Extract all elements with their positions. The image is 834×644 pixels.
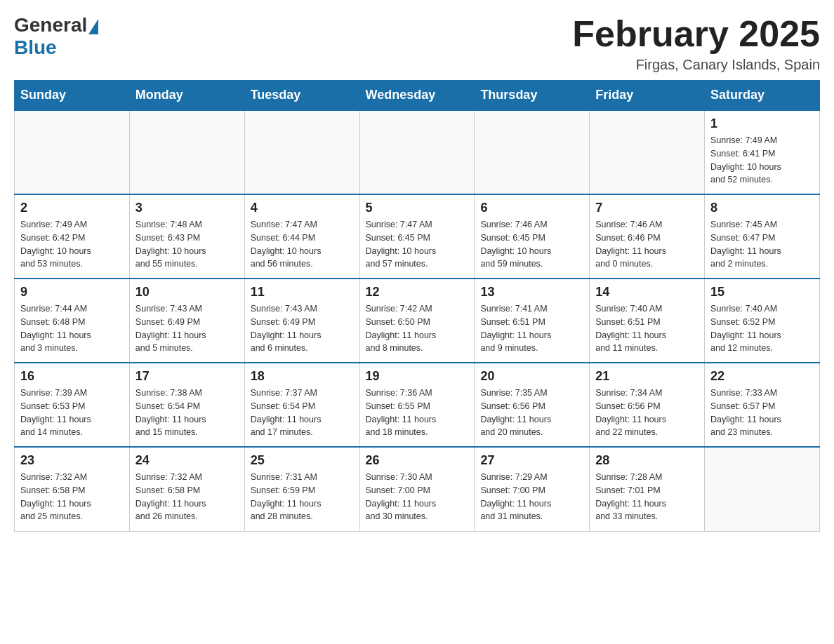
day-info: Sunrise: 7:47 AM Sunset: 6:44 PM Dayligh… bbox=[251, 218, 354, 271]
calendar-header-wednesday: Wednesday bbox=[359, 81, 475, 111]
calendar-table: SundayMondayTuesdayWednesdayThursdayFrid… bbox=[14, 80, 820, 532]
title-block: February 2025 Firgas, Canary Islands, Sp… bbox=[572, 14, 820, 73]
day-number: 18 bbox=[251, 369, 354, 384]
day-number: 4 bbox=[251, 201, 354, 215]
day-info: Sunrise: 7:29 AM Sunset: 7:00 PM Dayligh… bbox=[480, 471, 583, 523]
calendar-cell bbox=[475, 110, 590, 194]
day-number: 3 bbox=[135, 201, 239, 215]
day-info: Sunrise: 7:36 AM Sunset: 6:55 PM Dayligh… bbox=[366, 387, 469, 439]
calendar-header-saturday: Saturday bbox=[705, 81, 820, 111]
day-number: 25 bbox=[251, 453, 354, 468]
calendar-cell bbox=[590, 110, 705, 194]
day-info: Sunrise: 7:32 AM Sunset: 6:58 PM Dayligh… bbox=[135, 471, 239, 523]
day-number: 24 bbox=[135, 453, 239, 468]
calendar-cell: 8Sunrise: 7:45 AM Sunset: 6:47 PM Daylig… bbox=[705, 194, 820, 279]
day-info: Sunrise: 7:46 AM Sunset: 6:46 PM Dayligh… bbox=[595, 218, 699, 271]
calendar-cell: 20Sunrise: 7:35 AM Sunset: 6:56 PM Dayli… bbox=[475, 363, 590, 447]
calendar-cell: 15Sunrise: 7:40 AM Sunset: 6:52 PM Dayli… bbox=[705, 279, 820, 363]
day-info: Sunrise: 7:45 AM Sunset: 6:47 PM Dayligh… bbox=[710, 218, 814, 271]
calendar-cell: 3Sunrise: 7:48 AM Sunset: 6:43 PM Daylig… bbox=[129, 194, 244, 279]
day-number: 22 bbox=[710, 369, 814, 384]
day-info: Sunrise: 7:31 AM Sunset: 6:59 PM Dayligh… bbox=[251, 471, 354, 523]
calendar-cell: 28Sunrise: 7:28 AM Sunset: 7:01 PM Dayli… bbox=[590, 447, 705, 531]
calendar-cell: 6Sunrise: 7:46 AM Sunset: 6:45 PM Daylig… bbox=[475, 194, 590, 279]
day-info: Sunrise: 7:49 AM Sunset: 6:42 PM Dayligh… bbox=[20, 218, 124, 271]
day-number: 2 bbox=[20, 201, 124, 215]
day-number: 20 bbox=[480, 369, 583, 384]
calendar-cell: 7Sunrise: 7:46 AM Sunset: 6:46 PM Daylig… bbox=[590, 194, 705, 279]
day-number: 8 bbox=[710, 201, 814, 215]
calendar-cell: 5Sunrise: 7:47 AM Sunset: 6:45 PM Daylig… bbox=[359, 194, 475, 279]
calendar-cell bbox=[244, 110, 359, 194]
calendar-cell bbox=[359, 110, 475, 194]
calendar-cell: 4Sunrise: 7:47 AM Sunset: 6:44 PM Daylig… bbox=[244, 194, 359, 279]
calendar-cell: 18Sunrise: 7:37 AM Sunset: 6:54 PM Dayli… bbox=[244, 363, 359, 447]
calendar-week-row-1: 1Sunrise: 7:49 AM Sunset: 6:41 PM Daylig… bbox=[15, 110, 820, 194]
calendar-cell: 23Sunrise: 7:32 AM Sunset: 6:58 PM Dayli… bbox=[15, 447, 130, 531]
calendar-cell: 19Sunrise: 7:36 AM Sunset: 6:55 PM Dayli… bbox=[359, 363, 475, 447]
page-header: General Blue February 2025 Firgas, Canar… bbox=[14, 14, 820, 73]
day-info: Sunrise: 7:34 AM Sunset: 6:56 PM Dayligh… bbox=[595, 387, 699, 439]
day-number: 1 bbox=[710, 116, 814, 131]
day-number: 17 bbox=[135, 369, 239, 384]
calendar-cell: 27Sunrise: 7:29 AM Sunset: 7:00 PM Dayli… bbox=[475, 447, 590, 531]
calendar-week-row-4: 16Sunrise: 7:39 AM Sunset: 6:53 PM Dayli… bbox=[15, 363, 820, 447]
calendar-header-thursday: Thursday bbox=[475, 81, 590, 111]
calendar-cell: 2Sunrise: 7:49 AM Sunset: 6:42 PM Daylig… bbox=[15, 194, 130, 279]
calendar-cell: 22Sunrise: 7:33 AM Sunset: 6:57 PM Dayli… bbox=[705, 363, 820, 447]
day-info: Sunrise: 7:42 AM Sunset: 6:50 PM Dayligh… bbox=[366, 302, 469, 355]
logo-triangle-icon bbox=[88, 19, 98, 34]
logo-general-text: General bbox=[14, 14, 87, 36]
calendar-cell: 24Sunrise: 7:32 AM Sunset: 6:58 PM Dayli… bbox=[129, 447, 244, 531]
day-info: Sunrise: 7:44 AM Sunset: 6:48 PM Dayligh… bbox=[20, 302, 124, 355]
day-info: Sunrise: 7:39 AM Sunset: 6:53 PM Dayligh… bbox=[20, 387, 124, 439]
day-info: Sunrise: 7:30 AM Sunset: 7:00 PM Dayligh… bbox=[366, 471, 469, 523]
calendar-week-row-2: 2Sunrise: 7:49 AM Sunset: 6:42 PM Daylig… bbox=[15, 194, 820, 279]
day-info: Sunrise: 7:32 AM Sunset: 6:58 PM Dayligh… bbox=[20, 471, 124, 523]
calendar-week-row-5: 23Sunrise: 7:32 AM Sunset: 6:58 PM Dayli… bbox=[15, 447, 820, 531]
calendar-cell: 14Sunrise: 7:40 AM Sunset: 6:51 PM Dayli… bbox=[590, 279, 705, 363]
day-number: 26 bbox=[366, 453, 469, 468]
day-info: Sunrise: 7:28 AM Sunset: 7:01 PM Dayligh… bbox=[595, 471, 699, 523]
location-text: Firgas, Canary Islands, Spain bbox=[572, 57, 820, 73]
day-number: 27 bbox=[480, 453, 583, 468]
calendar-cell: 10Sunrise: 7:43 AM Sunset: 6:49 PM Dayli… bbox=[129, 279, 244, 363]
day-number: 13 bbox=[480, 285, 583, 300]
day-info: Sunrise: 7:47 AM Sunset: 6:45 PM Dayligh… bbox=[366, 218, 469, 271]
day-info: Sunrise: 7:43 AM Sunset: 6:49 PM Dayligh… bbox=[251, 302, 354, 355]
day-number: 14 bbox=[595, 285, 699, 300]
day-info: Sunrise: 7:33 AM Sunset: 6:57 PM Dayligh… bbox=[710, 387, 814, 439]
day-info: Sunrise: 7:38 AM Sunset: 6:54 PM Dayligh… bbox=[135, 387, 239, 439]
day-number: 16 bbox=[20, 369, 124, 384]
day-info: Sunrise: 7:35 AM Sunset: 6:56 PM Dayligh… bbox=[480, 387, 583, 439]
calendar-cell: 1Sunrise: 7:49 AM Sunset: 6:41 PM Daylig… bbox=[705, 110, 820, 194]
calendar-cell: 11Sunrise: 7:43 AM Sunset: 6:49 PM Dayli… bbox=[244, 279, 359, 363]
day-number: 9 bbox=[20, 285, 124, 300]
day-number: 11 bbox=[251, 285, 354, 300]
month-title: February 2025 bbox=[572, 14, 820, 54]
day-number: 23 bbox=[20, 453, 124, 468]
calendar-week-row-3: 9Sunrise: 7:44 AM Sunset: 6:48 PM Daylig… bbox=[15, 279, 820, 363]
calendar-header-tuesday: Tuesday bbox=[244, 81, 359, 111]
day-number: 12 bbox=[366, 285, 469, 300]
calendar-header-sunday: Sunday bbox=[15, 81, 130, 111]
day-info: Sunrise: 7:41 AM Sunset: 6:51 PM Dayligh… bbox=[480, 302, 583, 355]
day-number: 7 bbox=[595, 201, 699, 215]
day-number: 21 bbox=[595, 369, 699, 384]
day-number: 5 bbox=[366, 201, 469, 215]
calendar-cell: 16Sunrise: 7:39 AM Sunset: 6:53 PM Dayli… bbox=[15, 363, 130, 447]
logo-blue-text: Blue bbox=[14, 36, 57, 59]
day-number: 28 bbox=[595, 453, 699, 468]
day-info: Sunrise: 7:49 AM Sunset: 6:41 PM Dayligh… bbox=[710, 134, 814, 187]
calendar-header-monday: Monday bbox=[129, 81, 244, 111]
day-info: Sunrise: 7:40 AM Sunset: 6:52 PM Dayligh… bbox=[710, 302, 814, 355]
calendar-cell bbox=[129, 110, 244, 194]
day-number: 10 bbox=[135, 285, 239, 300]
day-info: Sunrise: 7:46 AM Sunset: 6:45 PM Dayligh… bbox=[480, 218, 583, 271]
day-info: Sunrise: 7:40 AM Sunset: 6:51 PM Dayligh… bbox=[595, 302, 699, 355]
calendar-header-friday: Friday bbox=[590, 81, 705, 111]
logo: General Blue bbox=[14, 14, 98, 59]
calendar-cell: 17Sunrise: 7:38 AM Sunset: 6:54 PM Dayli… bbox=[129, 363, 244, 447]
calendar-cell: 13Sunrise: 7:41 AM Sunset: 6:51 PM Dayli… bbox=[475, 279, 590, 363]
day-number: 15 bbox=[710, 285, 814, 300]
